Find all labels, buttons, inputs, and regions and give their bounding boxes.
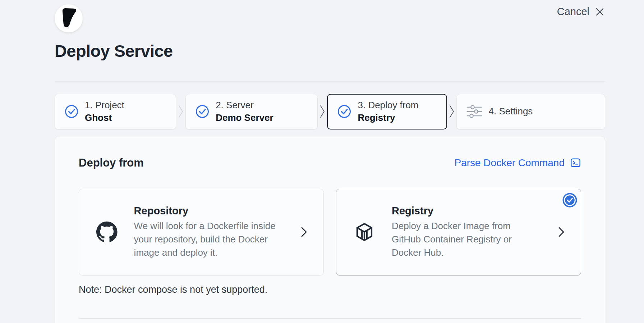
parse-docker-command-label: Parse Docker Command [454, 157, 565, 169]
step-texts: 3. Deploy from Registry [358, 100, 418, 123]
step-deploy-from[interactable]: 3. Deploy from Registry [327, 94, 447, 129]
step-texts: 4. Settings [489, 106, 533, 117]
page-title: Deploy Service [55, 42, 605, 60]
deploy-options: Repository We will look for a Dockerfile… [79, 189, 581, 276]
check-badge-icon [562, 193, 577, 208]
header-divider [55, 81, 605, 82]
package-icon [354, 221, 375, 243]
check-circle-icon [337, 104, 351, 119]
step-value: Demo Server [216, 112, 273, 124]
top-bar: Cancel [55, 4, 605, 36]
option-title: Repository [134, 205, 284, 217]
chevron-right-icon [300, 226, 308, 238]
option-texts: Repository We will look for a Dockerfile… [134, 205, 284, 259]
step-server[interactable]: 2. Server Demo Server [185, 94, 318, 129]
cancel-label: Cancel [557, 6, 589, 18]
option-title: Registry [392, 205, 532, 217]
step-separator [314, 94, 331, 129]
option-description: We will look for a Dockerfile inside you… [134, 219, 284, 259]
chevron-right-icon [319, 105, 325, 118]
brand-logo [55, 4, 83, 32]
panel-title: Deploy from [79, 156, 144, 169]
deploy-service-page: Cancel Deploy Service 1. Project Ghost [0, 0, 644, 323]
step-texts: 1. Project Ghost [85, 100, 124, 123]
deploy-from-panel: Deploy from Parse Docker Command Reposit… [55, 136, 605, 323]
step-texts: 2. Server Demo Server [216, 100, 273, 123]
github-icon [96, 220, 118, 244]
step-separator [443, 94, 460, 129]
option-card-registry[interactable]: Registry Deploy a Docker Image from GitH… [336, 189, 581, 276]
terminal-icon [570, 157, 581, 168]
option-description: Deploy a Docker Image from GitHub Contai… [392, 219, 532, 259]
step-value: Registry [358, 112, 418, 124]
step-project[interactable]: 1. Project Ghost [55, 94, 176, 129]
parse-docker-command-button[interactable]: Parse Docker Command [454, 157, 581, 169]
chevron-right-icon [558, 226, 565, 238]
check-circle-icon [64, 104, 79, 119]
compose-note: Note: Docker compose is not yet supporte… [79, 284, 581, 295]
stepper: 1. Project Ghost 2. Server Demo Server [55, 94, 605, 129]
step-separator [172, 94, 189, 129]
option-card-repository[interactable]: Repository We will look for a Dockerfile… [79, 189, 324, 276]
step-value: Ghost [85, 112, 124, 124]
cancel-button[interactable]: Cancel [557, 6, 605, 18]
step-label: 2. Server [216, 100, 273, 111]
sliders-icon [466, 104, 483, 119]
step-label: 3. Deploy from [358, 100, 418, 111]
chevron-right-icon [178, 105, 184, 118]
panel-header: Deploy from Parse Docker Command [79, 156, 581, 169]
step-settings[interactable]: 4. Settings [456, 94, 606, 129]
panel-divider [79, 318, 581, 319]
chevron-right-icon [449, 105, 455, 118]
brand-logo-icon [55, 4, 83, 32]
check-circle-icon [195, 104, 210, 119]
option-texts: Registry Deploy a Docker Image from GitH… [392, 205, 532, 259]
step-label: 1. Project [85, 100, 124, 111]
step-label: 4. Settings [489, 106, 533, 117]
close-icon [594, 6, 605, 17]
